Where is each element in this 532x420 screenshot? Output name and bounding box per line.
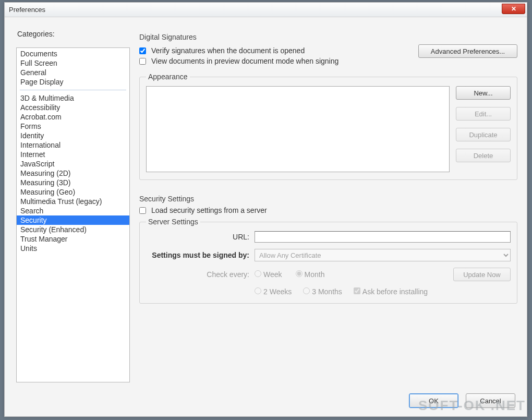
load-settings-row[interactable]: Load security settings from a server [139,206,517,214]
sidebar-item-acrobat-com[interactable]: Acrobat.com [17,112,129,122]
ok-button[interactable]: OK [409,393,458,408]
sidebar-item-units[interactable]: Units [17,244,129,253]
title-bar: Preferences ✕ [5,3,527,17]
sidebar-item-documents[interactable]: Documents [17,49,129,58]
signed-by-label: Settings must be signed by: [146,251,255,259]
cancel-button[interactable]: Cancel [466,393,515,408]
settings-panel-security: Digital Signatures Verify signatures whe… [139,27,517,385]
period-2weeks-row[interactable]: 2 Weeks [255,287,292,296]
preview-mode-checkbox[interactable] [139,58,146,65]
ask-before-checkbox[interactable] [354,287,360,294]
digital-signatures-section: Digital Signatures Verify signatures whe… [139,33,517,180]
sidebar-separator [20,90,126,90]
sidebar-item-measuring-2d-[interactable]: Measuring (2D) [17,169,129,178]
security-settings-title: Security Settings [139,195,517,203]
sidebar-item-trust-manager[interactable]: Trust Manager [17,234,129,244]
server-settings-group: Server Settings URL: Settings must be si… [139,218,517,304]
verify-signatures-label: Verify signatures when the document is o… [151,46,305,55]
close-button[interactable]: ✕ [502,4,525,14]
ask-before-row[interactable]: Ask before installing [354,287,428,296]
dialog-footer: OK Cancel [5,390,527,411]
sidebar-item-search[interactable]: Search [17,206,129,215]
preview-mode-row[interactable]: View documents in preview document mode … [139,57,418,65]
sidebar-item-international[interactable]: International [17,140,129,150]
load-settings-label: Load security settings from a server [151,206,267,214]
sidebar-item-measuring-geo-[interactable]: Measuring (Geo) [17,187,129,197]
appearance-edit-button[interactable]: Edit... [456,107,511,121]
load-settings-checkbox[interactable] [139,207,146,214]
appearance-title: Appearance [146,73,190,81]
appearance-duplicate-button[interactable]: Duplicate [456,128,511,141]
sidebar-item-full-screen[interactable]: Full Screen [17,58,129,68]
sidebar-item-accessibility[interactable]: Accessibility [17,103,129,112]
period-3months-row[interactable]: 3 Months [303,287,342,296]
digital-signatures-title: Digital Signatures [139,33,517,41]
sidebar-item-3d-multimedia[interactable]: 3D & Multimedia [17,93,129,103]
verify-signatures-checkbox[interactable] [139,47,146,54]
categories-list[interactable]: DocumentsFull ScreenGeneralPage Display3… [16,47,130,382]
sidebar-item-identity[interactable]: Identity [17,131,129,140]
sidebar-item-page-display[interactable]: Page Display [17,77,129,87]
url-field[interactable] [255,231,511,243]
verify-signatures-row[interactable]: Verify signatures when the document is o… [139,46,418,55]
period-month-radio[interactable] [296,270,303,277]
window-title: Preferences [5,6,45,14]
security-settings-section: Security Settings Load security settings… [139,195,517,304]
check-every-label: Check every: [146,270,255,279]
appearance-listbox[interactable] [146,86,450,172]
sidebar-item-forms[interactable]: Forms [17,122,129,131]
period-week-row[interactable]: Week [255,270,282,279]
sidebar-item-security[interactable]: Security [17,215,129,225]
sidebar-item-javascript[interactable]: JavaScript [17,159,129,169]
appearance-delete-button[interactable]: Delete [456,149,511,162]
close-icon: ✕ [511,5,516,13]
sidebar-item-internet[interactable]: Internet [17,150,129,159]
server-settings-title: Server Settings [146,218,200,226]
sidebar-item-general[interactable]: General [17,68,129,77]
appearance-group: Appearance New... Edit... Duplicate Dele… [139,73,517,180]
period-month-row[interactable]: Month [296,270,325,279]
advanced-preferences-button[interactable]: Advanced Preferences... [418,44,517,58]
appearance-new-button[interactable]: New... [456,86,511,100]
sidebar-item-security-enhanced-[interactable]: Security (Enhanced) [17,225,129,234]
url-label: URL: [146,233,255,241]
period-week-radio[interactable] [255,270,261,277]
signed-by-select[interactable]: Allow Any Certificate [255,249,511,261]
preferences-dialog: Preferences ✕ Categories: DocumentsFull … [4,2,527,417]
dialog-body: Categories: DocumentsFull ScreenGeneralP… [11,22,521,388]
period-3months-radio[interactable] [303,287,310,294]
update-now-button[interactable]: Update Now [453,268,511,281]
sidebar-item-multimedia-trust-legacy-[interactable]: Multimedia Trust (legacy) [17,197,129,206]
preview-mode-label: View documents in preview document mode … [151,57,338,65]
sidebar-item-measuring-3d-[interactable]: Measuring (3D) [17,178,129,187]
period-2weeks-radio[interactable] [255,287,261,294]
